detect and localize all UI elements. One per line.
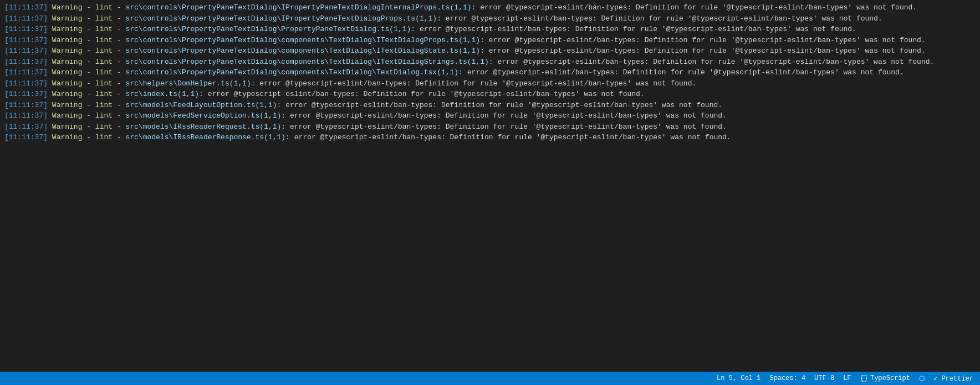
log-path: src\models\IRssReaderResponse.ts(1,1): — [125, 133, 294, 141]
log-path: src\models\FeedLayoutOption.ts(1,1): — [125, 101, 285, 109]
log-error: error @typescript-eslint/ban-types: Defi… — [420, 25, 856, 33]
log-type: lint — [95, 112, 113, 120]
log-timestamp: [11:11:37] — [4, 112, 52, 120]
log-path: src\controls\PropertyPaneTextDialog\IPro… — [125, 3, 480, 12]
terminal-line: [11:11:37] Warning - lint - src\controls… — [4, 45, 976, 57]
terminal-output: [11:11:37] Warning - lint - src\controls… — [0, 0, 980, 372]
log-level: Warning — [52, 14, 83, 23]
log-path: src\index.ts(1,1): — [125, 90, 207, 98]
log-error: error @typescript-eslint/ban-types: Defi… — [489, 36, 926, 44]
log-level: Warning — [52, 101, 83, 109]
log-path: src\helpers\DomHelper.ts(1,1): — [125, 79, 259, 88]
terminal-line: [11:11:37] Warning - lint - src\models\F… — [4, 110, 976, 121]
status-line-ending[interactable]: LF — [843, 374, 851, 382]
log-type: lint — [95, 101, 113, 109]
terminal-line: [11:11:37] Warning - lint - src\controls… — [4, 57, 976, 68]
log-error: error @typescript-eslint/ban-types: Defi… — [467, 68, 904, 77]
terminal-line: [11:11:37] Warning - lint - src\models\I… — [4, 132, 976, 143]
log-type: lint — [95, 47, 113, 55]
log-type: lint — [95, 3, 113, 12]
log-path: src\controls\PropertyPaneTextDialog\comp… — [125, 58, 497, 66]
log-type: lint — [95, 123, 113, 131]
log-type: lint — [95, 68, 113, 77]
log-timestamp: [11:11:37] — [4, 3, 52, 12]
terminal-line: [11:11:37] Warning - lint - src\controls… — [4, 2, 976, 13]
log-error: error @typescript-eslint/ban-types: Defi… — [290, 112, 727, 120]
status-encoding[interactable]: UTF-8 — [814, 374, 834, 382]
log-path: src\controls\PropertyPaneTextDialog\comp… — [125, 47, 488, 55]
log-timestamp: [11:11:37] — [4, 101, 52, 109]
log-path: src\models\IRssReaderRequest.ts(1,1): — [125, 123, 289, 131]
log-level: Warning — [52, 68, 83, 77]
log-error: error @typescript-eslint/ban-types: Defi… — [290, 123, 727, 131]
log-level: Warning — [52, 112, 83, 120]
log-timestamp: [11:11:37] — [4, 58, 52, 66]
terminal-line: [11:11:37] Warning - lint - src\controls… — [4, 67, 976, 78]
log-error: error @typescript-eslint/ban-types: Defi… — [208, 90, 645, 98]
log-error: error @typescript-eslint/ban-types: Defi… — [497, 58, 934, 66]
log-type: lint — [95, 36, 113, 44]
log-timestamp: [11:11:37] — [4, 25, 52, 33]
log-type: lint — [95, 58, 113, 66]
terminal-line: [11:11:37] Warning - lint - src\models\I… — [4, 121, 976, 133]
log-path: src\controls\PropertyPaneTextDialog\IPro… — [125, 14, 445, 23]
log-path: src\controls\PropertyPaneTextDialog\comp… — [125, 68, 467, 77]
log-path: src\controls\PropertyPaneTextDialog\Prop… — [125, 25, 420, 33]
terminal-line: [11:11:37] Warning - lint - src\controls… — [4, 35, 976, 46]
log-level: Warning — [52, 58, 83, 66]
log-level: Warning — [52, 25, 83, 33]
terminal-line: [11:11:37] Warning - lint - src\controls… — [4, 13, 976, 24]
language-braces-icon: {} — [860, 374, 868, 382]
log-type: lint — [95, 79, 113, 88]
terminal-line: [11:11:37] Warning - lint - src\controls… — [4, 24, 976, 35]
log-level: Warning — [52, 47, 83, 55]
status-sync[interactable]: ⬡ — [919, 374, 925, 383]
log-type: lint — [95, 14, 113, 23]
status-prettier[interactable]: ✓ Prettier — [933, 374, 973, 383]
log-level: Warning — [52, 79, 83, 88]
log-error: error @typescript-eslint/ban-types: Defi… — [294, 133, 731, 141]
status-spaces[interactable]: Spaces: 4 — [769, 374, 805, 382]
log-timestamp: [11:11:37] — [4, 68, 52, 77]
log-error: error @typescript-eslint/ban-types: Defi… — [259, 79, 696, 88]
log-error: error @typescript-eslint/ban-types: Defi… — [489, 47, 926, 55]
status-position[interactable]: Ln 5, Col 1 — [717, 374, 760, 382]
log-timestamp: [11:11:37] — [4, 79, 52, 88]
log-timestamp: [11:11:37] — [4, 47, 52, 55]
log-type: lint — [95, 25, 113, 33]
terminal-line: [11:11:37] Warning - lint - src\index.ts… — [4, 89, 976, 100]
log-level: Warning — [52, 36, 83, 44]
terminal-line: [11:11:37] Warning - lint - src\helpers\… — [4, 78, 976, 89]
log-level: Warning — [52, 123, 83, 131]
log-level: Warning — [52, 90, 83, 98]
log-level: Warning — [52, 133, 83, 141]
log-path: src\models\FeedServiceOption.ts(1,1): — [125, 112, 289, 120]
log-timestamp: [11:11:37] — [4, 90, 52, 98]
log-error: error @typescript-eslint/ban-types: Defi… — [285, 101, 722, 109]
status-language[interactable]: {} TypeScript — [860, 374, 910, 382]
terminal-line: [11:11:37] Warning - lint - src\models\F… — [4, 100, 976, 111]
log-error: error @typescript-eslint/ban-types: Defi… — [480, 3, 917, 12]
log-level: Warning — [52, 3, 83, 12]
log-type: lint — [95, 90, 113, 98]
log-error: error @typescript-eslint/ban-types: Defi… — [446, 14, 882, 23]
log-type: lint — [95, 133, 113, 141]
log-timestamp: [11:11:37] — [4, 133, 52, 141]
log-path: src\controls\PropertyPaneTextDialog\comp… — [125, 36, 488, 44]
log-timestamp: [11:11:37] — [4, 36, 52, 44]
status-bar: Ln 5, Col 1 Spaces: 4 UTF-8 LF {} TypeSc… — [0, 372, 980, 385]
log-timestamp: [11:11:37] — [4, 123, 52, 131]
log-timestamp: [11:11:37] — [4, 14, 52, 23]
